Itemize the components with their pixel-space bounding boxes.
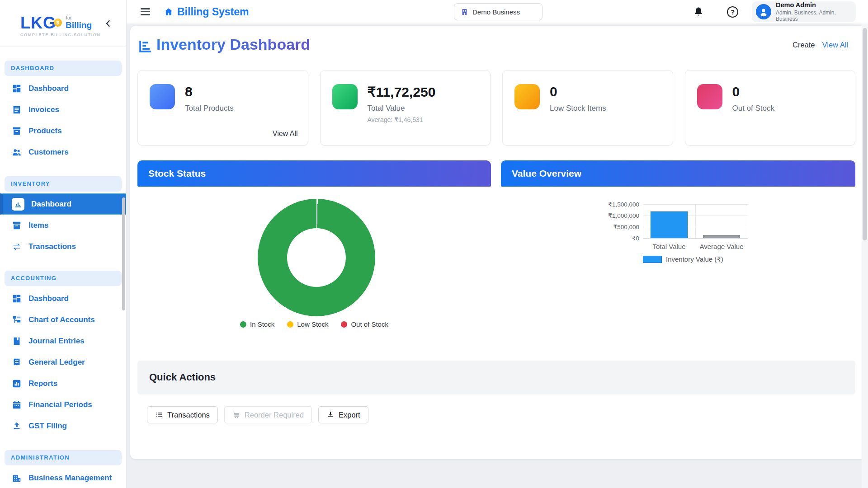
sidebar-item-journal-entries[interactable]: Journal Entries	[0, 330, 126, 352]
ledger-icon	[12, 357, 22, 367]
stat-card-total-value: ₹11,72,250Total ValueAverage: ₹1,46,531	[320, 70, 491, 145]
stock-status-panel-header: Stock Status	[137, 160, 491, 187]
stat-label: Out of Stock	[732, 104, 775, 113]
business-selector-button[interactable]: Demo Business	[454, 3, 542, 20]
stat-subtext: Average: ₹1,46,531	[368, 116, 423, 123]
legend-item-out-of-stock: Out of Stock	[341, 320, 388, 328]
stat-card-out-of-stock: 0Out of Stock	[685, 70, 856, 145]
person-icon	[758, 6, 769, 17]
export-button[interactable]: Export	[318, 406, 368, 423]
legend-item-low-stock: Low Stock	[287, 320, 328, 328]
legend-label: Low Stock	[297, 320, 328, 328]
page-scrollbar-track[interactable]	[862, 23, 868, 488]
stat-card-low-stock-items: 0Low Stock Items	[502, 70, 673, 145]
mini-chart-icon	[12, 198, 24, 211]
bar-total-value	[651, 211, 688, 238]
sidebar-item-label: General Ledger	[28, 358, 85, 367]
stats-row: 8Total ProductsView All₹11,72,250Total V…	[137, 70, 855, 145]
stat-icon	[697, 84, 722, 109]
grid-icon	[12, 294, 22, 304]
brand-product-label: Billing	[66, 20, 92, 30]
y-axis-tick-label: ₹500,000	[600, 223, 639, 230]
upload-icon	[12, 421, 22, 431]
stat-label: Total Products	[185, 104, 234, 113]
quick-actions-title: Quick Actions	[149, 371, 216, 383]
user-avatar	[756, 4, 771, 19]
building-icon	[461, 8, 468, 16]
sidebar-item-general-ledger[interactable]: General Ledger	[0, 352, 126, 373]
book-icon	[12, 336, 22, 346]
stat-view-all-link[interactable]: View All	[273, 130, 298, 138]
gridline-vertical	[643, 204, 643, 238]
cart-icon	[232, 411, 241, 419]
sidebar-item-label: Dashboard	[31, 200, 71, 209]
stock-status-legend: In StockLow StockOut of Stock	[137, 320, 491, 328]
y-axis-tick-label: ₹0	[600, 235, 639, 242]
value-overview-bar-chart: ₹1,500,000₹1,000,000₹500,000₹0Total Valu…	[600, 200, 754, 274]
gridline-vertical	[748, 204, 748, 238]
legend-swatch	[643, 256, 662, 263]
people-icon	[12, 147, 22, 157]
sidebar-section-header-inventory: INVENTORY	[5, 176, 122, 192]
dashboard-chart-icon	[137, 39, 153, 54]
hamburger-menu-icon[interactable]	[141, 8, 150, 15]
stat-value: 0	[550, 84, 557, 99]
sidebar-collapse-button[interactable]	[103, 18, 113, 29]
sidebar-scrollbar-thumb[interactable]	[122, 197, 125, 310]
sidebar-item-label: Financial Periods	[28, 400, 92, 409]
app-title[interactable]: Billing System	[177, 6, 249, 18]
sidebar-item-label: Dashboard	[28, 294, 69, 303]
sidebar-item-items[interactable]: Items	[0, 215, 126, 236]
transactions-button[interactable]: Transactions	[147, 406, 218, 423]
user-name: Demo Admin	[776, 1, 856, 9]
sidebar-item-chart-of-accounts[interactable]: Chart of Accounts	[0, 309, 126, 330]
download-icon	[326, 411, 335, 419]
legend-dot	[240, 321, 246, 328]
bar-average-value	[703, 235, 740, 238]
help-icon[interactable]: ?	[727, 6, 738, 18]
view-all-link[interactable]: View All	[822, 41, 848, 49]
sidebar-item-invoices[interactable]: Invoices	[0, 99, 126, 120]
sidebar-item-label: GST Filing	[28, 422, 67, 431]
sidebar-item-reports[interactable]: Reports	[0, 373, 126, 394]
legend-dot	[287, 321, 293, 328]
sidebar-item-financial-periods[interactable]: Financial Periods	[0, 394, 126, 415]
sidebar-item-label: Reports	[28, 379, 57, 388]
swap-icon	[12, 242, 22, 252]
sidebar-item-label: Items	[28, 221, 48, 230]
sidebar-item-dashboard[interactable]: Dashboard	[0, 78, 126, 99]
grid-icon	[12, 84, 22, 94]
tree-icon	[12, 315, 22, 325]
stat-card-total-products: 8Total ProductsView All	[137, 70, 308, 145]
value-overview-legend: Inventory Value (₹)	[643, 255, 723, 263]
stat-label: Low Stock Items	[550, 104, 606, 113]
home-icon[interactable]	[164, 7, 174, 17]
sidebar-item-transactions[interactable]: Transactions	[0, 236, 126, 257]
reorder-required-button[interactable]: Reorder Required	[224, 406, 312, 423]
sidebar-item-business-management[interactable]: Business Management	[0, 467, 126, 488]
sidebar-item-customers[interactable]: Customers	[0, 141, 126, 163]
y-axis-tick-label: ₹1,000,000	[600, 212, 639, 219]
app-window: LKG $ for Billing COMPLETE BILLING SOLUT…	[0, 0, 868, 488]
stock-status-donut-chart	[258, 199, 375, 316]
y-axis-tick-label: ₹1,500,000	[600, 201, 639, 208]
create-link[interactable]: Create	[793, 41, 815, 49]
list-icon	[155, 411, 163, 419]
sidebar-item-gst-filing[interactable]: GST Filing	[0, 415, 126, 436]
sidebar-item-dashboard[interactable]: Dashboard	[0, 288, 126, 309]
chevron-left-icon	[103, 18, 113, 29]
page-scrollbar-thumb[interactable]	[863, 28, 867, 240]
sidebar-item-products[interactable]: Products	[0, 120, 126, 141]
notifications-bell-icon[interactable]	[693, 6, 704, 18]
brand-tagline: COMPLETE BILLING SOLUTION	[20, 33, 101, 37]
value-overview-panel-header: Value Overview	[501, 160, 855, 187]
sidebar-item-label: Products	[28, 127, 62, 136]
sidebar-nav: DASHBOARDDashboardInvoicesProductsCustom…	[0, 61, 126, 488]
user-profile-chip[interactable]: Demo Admin Admin, Business, Admin, Busin…	[752, 1, 856, 22]
sidebar-item-label: Chart of Accounts	[28, 315, 95, 324]
sidebar-item-label: Transactions	[28, 242, 76, 251]
brand-logo-text: LKG	[20, 14, 56, 33]
main-content: Inventory Dashboard Create View All 8Tot…	[130, 26, 862, 459]
sidebar-item-dashboard[interactable]: Dashboard	[0, 193, 126, 215]
gridline-vertical	[695, 204, 696, 238]
